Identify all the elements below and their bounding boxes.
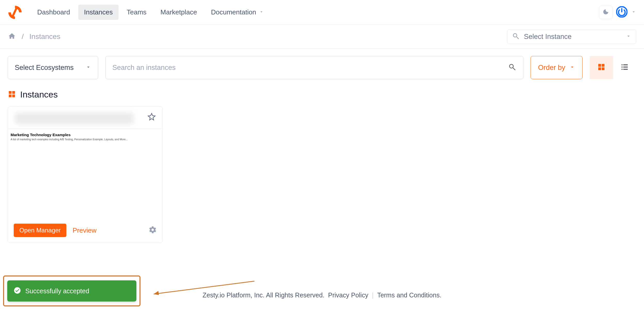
preview-heading: Marketing Technology Examples [11, 133, 160, 137]
order-by-button[interactable]: Order by [531, 56, 583, 79]
breadcrumb-separator: / [22, 32, 24, 41]
search-icon [508, 63, 516, 72]
section-heading: Instances [20, 90, 58, 100]
instance-card: Marketing Technology Examples A list of … [8, 106, 163, 243]
gear-icon [149, 230, 157, 235]
caret-down-icon [86, 64, 91, 71]
chevron-down-icon[interactable] [631, 9, 636, 15]
search-input[interactable] [112, 64, 503, 72]
instances-section-title: Instances [0, 79, 644, 106]
settings-button[interactable] [149, 226, 157, 235]
grid-icon [597, 63, 606, 72]
svg-rect-13 [9, 91, 12, 94]
open-manager-button[interactable]: Open Manager [14, 224, 66, 237]
svg-rect-15 [9, 94, 12, 97]
nav-teams[interactable]: Teams [121, 5, 152, 20]
svg-rect-4 [602, 64, 604, 67]
preview-link[interactable]: Preview [73, 226, 96, 234]
top-right [599, 6, 636, 19]
svg-rect-12 [623, 69, 628, 70]
svg-rect-14 [12, 91, 15, 94]
star-icon [148, 117, 156, 122]
grid-view-button[interactable] [590, 56, 613, 79]
view-toggle [590, 56, 636, 79]
instance-title-redacted [15, 113, 134, 124]
search-box[interactable] [105, 56, 523, 79]
home-icon [8, 32, 16, 41]
svg-rect-16 [12, 94, 15, 97]
logo[interactable] [8, 5, 22, 20]
power-icon [616, 6, 627, 19]
nav-label: Dashboard [37, 8, 70, 16]
toolbar: Select Ecosystems Order by [0, 49, 644, 79]
power-button[interactable] [615, 6, 629, 19]
caret-down-icon [626, 33, 631, 40]
select-instance-dropdown[interactable]: Select Instance [507, 29, 636, 44]
card-header [8, 107, 162, 129]
nav-documentation[interactable]: Documentation [205, 5, 270, 20]
svg-rect-11 [622, 69, 623, 70]
moon-icon [602, 9, 609, 16]
nav-label: Documentation [211, 8, 256, 16]
svg-rect-6 [602, 67, 604, 70]
svg-rect-3 [598, 64, 601, 67]
breadcrumb-bar: / Instances Select Instance [0, 25, 644, 49]
theme-toggle[interactable] [599, 6, 612, 19]
list-view-button[interactable] [613, 56, 636, 79]
order-by-label: Order by [538, 64, 565, 72]
nav-marketplace[interactable]: Marketplace [155, 5, 203, 20]
nav-dashboard[interactable]: Dashboard [32, 5, 76, 20]
top-nav: Dashboard Instances Teams Marketplace Do… [0, 0, 644, 25]
grid-icon [8, 90, 16, 99]
chevron-down-icon [569, 64, 575, 72]
card-preview: Marketing Technology Examples A list of … [8, 129, 162, 219]
ecosystems-select[interactable]: Select Ecosystems [8, 56, 98, 79]
ecosystems-label: Select Ecosystems [15, 64, 74, 72]
svg-rect-8 [623, 64, 628, 65]
svg-rect-10 [623, 67, 628, 68]
svg-rect-1 [12, 8, 17, 17]
nav-items: Dashboard Instances Teams Marketplace Do… [32, 5, 270, 20]
instances-grid: Marketing Technology Examples A list of … [0, 106, 644, 243]
select-instance-label: Select Instance [524, 33, 622, 41]
list-icon [620, 63, 629, 72]
svg-rect-9 [622, 67, 623, 68]
svg-rect-7 [622, 64, 623, 65]
nav-instances[interactable]: Instances [78, 5, 118, 20]
search-icon [512, 32, 520, 41]
nav-label: Teams [127, 8, 147, 16]
chevron-down-icon [259, 8, 264, 16]
preview-sub: A list of marketing tech examples includ… [11, 138, 160, 141]
svg-rect-5 [598, 67, 601, 70]
breadcrumb-home[interactable] [8, 32, 16, 41]
breadcrumb-current: Instances [29, 32, 60, 41]
card-footer: Open Manager Preview [8, 219, 162, 243]
nav-label: Marketplace [160, 8, 197, 16]
nav-label: Instances [84, 8, 113, 16]
favorite-button[interactable] [148, 113, 156, 122]
